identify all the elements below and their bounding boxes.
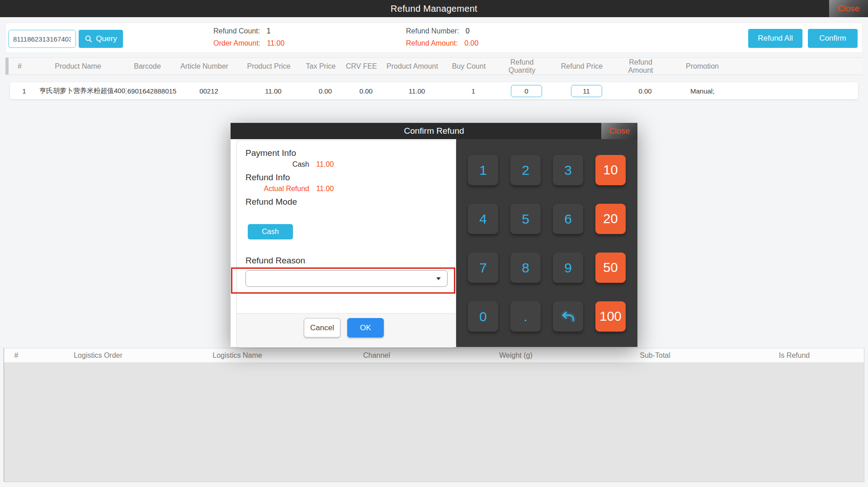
confirm-button[interactable]: Confirm [808,29,858,48]
logistics-header-channel: Channel [307,351,446,360]
dialog-footer: Cancel OK [237,313,456,347]
column-header-promotion: Promotion [665,62,863,70]
window-titlebar: Refund Management Close [0,0,868,17]
numpad-key-50[interactable]: 50 [595,253,626,283]
cash-label: Cash [237,160,309,169]
refund-amount-label: Refund Amount: [406,39,458,47]
column-header-crv-fee: CRV FEE [340,62,383,70]
payment-info-heading: Payment Info [245,148,296,158]
row-promotion: Manual; [670,87,858,95]
logistics-table-header: # Logistics Order Logistics Name Channel… [4,348,864,363]
cash-amount: 11.00 [316,160,334,168]
numpad-key-0[interactable]: 0 [468,301,498,332]
refund-number-value: 0 [466,27,470,35]
column-header-refund-amount: Refund Amount [616,58,665,75]
dialog-titlebar: Confirm Refund Close [231,123,637,139]
numpad-key-8[interactable]: 8 [510,253,541,283]
row-barcode: 6901642888015 [127,87,177,95]
window-close-button[interactable]: Close [829,0,868,17]
refund-all-button[interactable]: Refund All [748,29,802,48]
refund-mode-heading: Refund Mode [245,197,297,207]
numpad-key-5[interactable]: 5 [510,204,541,234]
numpad-key-100[interactable]: 100 [595,301,626,332]
refund-count-label: Refund Count: [213,27,260,35]
refund-quantity-input[interactable] [511,85,542,97]
numpad-key-4[interactable]: 4 [468,204,498,234]
ok-button[interactable]: OK [347,318,384,337]
actual-refund-line: Actual Refund 11.00 [237,185,334,193]
row-product-amount: 11.00 [387,87,446,95]
dialog-title: Confirm Refund [231,123,637,139]
row-crv-fee: 0.00 [344,87,387,95]
refund-price-input[interactable] [571,85,602,97]
column-header-product-price: Product Price [236,62,302,70]
numpad-key-7[interactable]: 7 [468,253,498,283]
row-buy-count: 1 [446,87,500,95]
numpad-undo-key[interactable] [553,301,583,332]
refund-info-heading: Refund Info [245,173,290,183]
refund-number-label: Refund Number: [406,27,459,35]
logistics-header-order: Logistics Order [28,351,168,360]
refund-count-value: 1 [267,27,271,35]
cash-payment-line: Cash 11.00 [237,160,334,169]
refund-reason-select[interactable] [245,270,448,287]
row-product-name: 亨氏胡萝卜营养米粉超值400克 [38,87,127,95]
column-header-article-number: Article Number [173,62,236,70]
numpad-key-1[interactable]: 1 [468,155,498,185]
chevron-down-icon [436,277,441,280]
logistics-header-name: Logistics Name [168,351,307,360]
logistics-header-weight: Weight (g) [446,351,585,360]
search-icon [85,35,93,43]
product-table-row[interactable]: 1 亨氏胡萝卜营养米粉超值400克 6901642888015 00212 11… [10,82,858,99]
row-tax-price: 0.00 [306,87,344,95]
undo-icon [561,310,576,323]
logistics-header-subtotal: Sub-Total [585,351,725,360]
confirm-refund-dialog: Confirm Refund Close Payment Info Cash 1… [231,123,637,347]
numpad-key-6[interactable]: 6 [553,204,583,234]
actual-refund-amount: 11.00 [316,185,334,192]
logistics-header-index: # [4,351,28,360]
numpad-key-10[interactable]: 10 [595,155,626,185]
query-label: Query [96,34,117,43]
numpad-key-2[interactable]: 2 [510,155,541,185]
cash-mode-button[interactable]: Cash [248,224,293,239]
query-button[interactable]: Query [79,30,123,48]
refund-count-stat: Refund Count: 1 [213,27,271,35]
column-header-refund-quantity: Refund Quantity [496,58,548,75]
column-header-refund-price: Refund Price [548,62,616,70]
logistics-table-body [4,363,864,482]
column-header-product-name: Product Name [34,62,122,70]
cancel-button[interactable]: Cancel [304,318,340,337]
refund-amount-stat: Refund Amount: 0.00 [406,39,478,47]
refund-amount-value: 0.00 [464,39,478,47]
numpad-key-dot[interactable]: . [510,301,541,332]
logistics-header-is-refund: Is Refund [725,351,864,360]
numpad-key-9[interactable]: 9 [553,253,583,283]
refund-number-stat: Refund Number: 0 [406,27,470,35]
refund-form-panel: Payment Info Cash 11.00 Refund Info Actu… [236,140,456,347]
column-header-index: # [5,62,34,70]
header-grip [5,58,9,75]
numpad-key-3[interactable]: 3 [553,155,583,185]
toolbar: Query Refund Count: 1 Order Amount: 11.0… [5,23,863,53]
column-header-buy-count: Buy Count [442,62,496,70]
dialog-close-button[interactable]: Close [601,123,637,139]
order-amount-value: 11.00 [267,39,285,47]
numpad-key-20[interactable]: 20 [595,204,626,234]
column-header-tax-price: Tax Price [302,62,340,70]
row-refund-amount: 0.00 [620,87,670,95]
column-header-barcode: Barcode [122,62,173,70]
numpad: 1 2 3 10 4 5 6 20 7 8 9 50 0 . 100 [456,139,637,347]
row-index: 1 [10,87,38,95]
order-amount-stat: Order Amount: 11.00 [213,39,284,47]
product-table-header: # Product Name Barcode Article Number Pr… [5,57,863,75]
actual-refund-label: Actual Refund [237,185,309,193]
page-title: Refund Management [0,0,868,17]
row-product-price: 11.00 [241,87,306,95]
order-number-input[interactable] [8,30,76,48]
row-article-number: 00212 [177,87,241,95]
order-amount-label: Order Amount: [213,39,260,47]
refund-reason-heading: Refund Reason [245,256,305,266]
column-header-product-amount: Product Amount [383,62,442,70]
